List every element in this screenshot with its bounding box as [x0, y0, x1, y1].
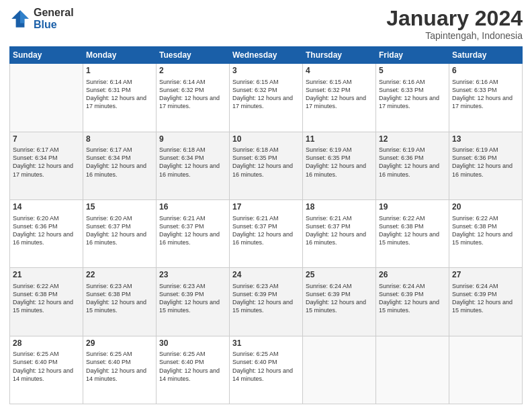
table-row: 11Sunrise: 6:19 AMSunset: 6:35 PMDayligh…: [303, 132, 376, 199]
day-number: 21: [13, 270, 80, 281]
calendar-week-row: 1Sunrise: 6:14 AMSunset: 6:31 PMDaylight…: [10, 64, 523, 132]
day-number: 13: [452, 134, 519, 145]
day-number: 11: [306, 134, 373, 145]
day-number: 26: [379, 270, 446, 281]
day-number: 5: [379, 66, 446, 77]
table-row: 2Sunrise: 6:14 AMSunset: 6:32 PMDaylight…: [157, 64, 230, 132]
table-row: 9Sunrise: 6:18 AMSunset: 6:34 PMDaylight…: [157, 132, 230, 199]
day-info: Sunrise: 6:17 AMSunset: 6:34 PMDaylight:…: [86, 146, 153, 179]
day-number: 10: [232, 134, 300, 145]
logo-general: General: [34, 7, 74, 19]
day-number: 25: [306, 270, 373, 281]
table-row: 6Sunrise: 6:16 AMSunset: 6:33 PMDaylight…: [449, 64, 523, 132]
day-number: 14: [13, 202, 80, 213]
day-info: Sunrise: 6:22 AMSunset: 6:38 PMDaylight:…: [379, 214, 446, 247]
logo: General Blue: [9, 7, 74, 30]
day-number: 4: [306, 66, 373, 77]
table-row: 22Sunrise: 6:23 AMSunset: 6:38 PMDayligh…: [83, 268, 157, 336]
table-row: 16Sunrise: 6:21 AMSunset: 6:37 PMDayligh…: [157, 199, 230, 267]
day-number: 24: [232, 270, 300, 281]
day-number: 3: [232, 66, 300, 77]
table-row: 7Sunrise: 6:17 AMSunset: 6:34 PMDaylight…: [10, 132, 83, 199]
day-number: 1: [86, 66, 153, 77]
table-row: 18Sunrise: 6:21 AMSunset: 6:37 PMDayligh…: [303, 199, 376, 267]
col-thursday: Thursday: [303, 47, 376, 64]
day-number: 28: [13, 338, 80, 349]
table-row: 17Sunrise: 6:21 AMSunset: 6:37 PMDayligh…: [230, 199, 303, 267]
day-number: 29: [86, 338, 153, 349]
day-number: 2: [159, 66, 226, 77]
table-row: 4Sunrise: 6:15 AMSunset: 6:32 PMDaylight…: [303, 64, 376, 132]
day-info: Sunrise: 6:20 AMSunset: 6:37 PMDaylight:…: [86, 214, 153, 247]
calendar-week-row: 7Sunrise: 6:17 AMSunset: 6:34 PMDaylight…: [10, 132, 523, 199]
day-number: 18: [306, 202, 373, 213]
title-location: Tapintengah, Indonesia: [386, 30, 523, 41]
day-number: 19: [379, 202, 446, 213]
table-row: 14Sunrise: 6:20 AMSunset: 6:36 PMDayligh…: [10, 199, 83, 267]
table-row: 31Sunrise: 6:25 AMSunset: 6:40 PMDayligh…: [230, 336, 303, 404]
day-number: 6: [452, 66, 519, 77]
day-info: Sunrise: 6:18 AMSunset: 6:34 PMDaylight:…: [159, 146, 226, 179]
col-wednesday: Wednesday: [230, 47, 303, 64]
day-info: Sunrise: 6:25 AMSunset: 6:40 PMDaylight:…: [232, 350, 300, 383]
day-info: Sunrise: 6:25 AMSunset: 6:40 PMDaylight:…: [86, 350, 153, 383]
day-info: Sunrise: 6:17 AMSunset: 6:34 PMDaylight:…: [13, 146, 80, 179]
col-monday: Monday: [83, 47, 157, 64]
table-row: 26Sunrise: 6:24 AMSunset: 6:39 PMDayligh…: [376, 268, 449, 336]
day-info: Sunrise: 6:19 AMSunset: 6:36 PMDaylight:…: [452, 146, 519, 179]
day-number: 17: [232, 202, 300, 213]
table-row: 3Sunrise: 6:15 AMSunset: 6:32 PMDaylight…: [230, 64, 303, 132]
logo-text: General Blue: [34, 7, 74, 30]
table-row: 30Sunrise: 6:25 AMSunset: 6:40 PMDayligh…: [157, 336, 230, 404]
day-info: Sunrise: 6:22 AMSunset: 6:38 PMDaylight:…: [13, 282, 80, 315]
day-info: Sunrise: 6:16 AMSunset: 6:33 PMDaylight:…: [379, 78, 446, 111]
day-info: Sunrise: 6:19 AMSunset: 6:35 PMDaylight:…: [306, 146, 373, 179]
table-row: 27Sunrise: 6:24 AMSunset: 6:39 PMDayligh…: [449, 268, 523, 336]
day-number: 27: [452, 270, 519, 281]
day-info: Sunrise: 6:24 AMSunset: 6:39 PMDaylight:…: [452, 282, 519, 315]
day-info: Sunrise: 6:25 AMSunset: 6:40 PMDaylight:…: [159, 350, 226, 383]
title-month: January 2024: [386, 7, 523, 30]
table-row: 21Sunrise: 6:22 AMSunset: 6:38 PMDayligh…: [10, 268, 83, 336]
table-row: 28Sunrise: 6:25 AMSunset: 6:40 PMDayligh…: [10, 336, 83, 404]
day-number: 23: [159, 270, 226, 281]
logo-blue: Blue: [34, 19, 74, 31]
table-row: 12Sunrise: 6:19 AMSunset: 6:36 PMDayligh…: [376, 132, 449, 199]
day-number: 9: [159, 134, 226, 145]
day-number: 16: [159, 202, 226, 213]
day-info: Sunrise: 6:24 AMSunset: 6:39 PMDaylight:…: [306, 282, 373, 315]
day-info: Sunrise: 6:23 AMSunset: 6:39 PMDaylight:…: [232, 282, 300, 315]
day-info: Sunrise: 6:14 AMSunset: 6:32 PMDaylight:…: [159, 78, 226, 111]
day-info: Sunrise: 6:14 AMSunset: 6:31 PMDaylight:…: [86, 78, 153, 111]
table-row: 15Sunrise: 6:20 AMSunset: 6:37 PMDayligh…: [83, 199, 157, 267]
table-row: 24Sunrise: 6:23 AMSunset: 6:39 PMDayligh…: [230, 268, 303, 336]
table-row: 13Sunrise: 6:19 AMSunset: 6:36 PMDayligh…: [449, 132, 523, 199]
table-row: 25Sunrise: 6:24 AMSunset: 6:39 PMDayligh…: [303, 268, 376, 336]
day-info: Sunrise: 6:15 AMSunset: 6:32 PMDaylight:…: [306, 78, 373, 111]
header: General Blue January 2024 Tapintengah, I…: [9, 7, 523, 41]
day-info: Sunrise: 6:21 AMSunset: 6:37 PMDaylight:…: [306, 214, 373, 247]
calendar-week-row: 14Sunrise: 6:20 AMSunset: 6:36 PMDayligh…: [10, 199, 523, 267]
page: General Blue January 2024 Tapintengah, I…: [0, 0, 532, 411]
day-number: 12: [379, 134, 446, 145]
calendar-table: Sunday Monday Tuesday Wednesday Thursday…: [9, 46, 523, 404]
day-number: 15: [86, 202, 153, 213]
day-number: 30: [159, 338, 226, 349]
day-number: 7: [13, 134, 80, 145]
day-number: 22: [86, 270, 153, 281]
table-row: 1Sunrise: 6:14 AMSunset: 6:31 PMDaylight…: [83, 64, 157, 132]
col-tuesday: Tuesday: [157, 47, 230, 64]
table-row: 23Sunrise: 6:23 AMSunset: 6:39 PMDayligh…: [157, 268, 230, 336]
day-info: Sunrise: 6:20 AMSunset: 6:36 PMDaylight:…: [13, 214, 80, 247]
col-friday: Friday: [376, 47, 449, 64]
table-row: 29Sunrise: 6:25 AMSunset: 6:40 PMDayligh…: [83, 336, 157, 404]
day-info: Sunrise: 6:21 AMSunset: 6:37 PMDaylight:…: [159, 214, 226, 247]
day-info: Sunrise: 6:18 AMSunset: 6:35 PMDaylight:…: [232, 146, 300, 179]
table-row: [376, 336, 449, 404]
calendar-week-row: 21Sunrise: 6:22 AMSunset: 6:38 PMDayligh…: [10, 268, 523, 336]
day-info: Sunrise: 6:21 AMSunset: 6:37 PMDaylight:…: [232, 214, 300, 247]
table-row: 10Sunrise: 6:18 AMSunset: 6:35 PMDayligh…: [230, 132, 303, 199]
day-info: Sunrise: 6:22 AMSunset: 6:38 PMDaylight:…: [452, 214, 519, 247]
day-number: 31: [232, 338, 300, 349]
day-info: Sunrise: 6:15 AMSunset: 6:32 PMDaylight:…: [232, 78, 300, 111]
